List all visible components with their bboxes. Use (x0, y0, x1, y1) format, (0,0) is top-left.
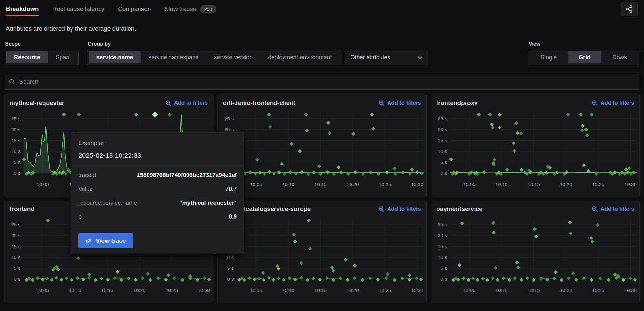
tab-label: Breakdown (6, 5, 39, 13)
tab-breakdown[interactable]: Breakdown (6, 0, 39, 18)
panel-title: frontend (10, 205, 34, 212)
view-trace-label: View trace (96, 237, 126, 244)
svg-text:15 s: 15 s (11, 138, 21, 143)
scope-label: Scope (5, 41, 78, 47)
tab-root-cause-latency[interactable]: Root cause latency (52, 0, 104, 18)
other-attributes-value: Other attributes (350, 54, 390, 61)
svg-text:10:10: 10:10 (282, 287, 294, 293)
svg-text:10:10: 10:10 (282, 182, 294, 187)
share-button[interactable] (621, 2, 638, 16)
svg-text:5 s: 5 s (440, 265, 447, 271)
svg-text:10:05: 10:05 (463, 182, 476, 187)
tooltip-row-p: p 0.9 (78, 213, 237, 220)
svg-text:10 s: 10 s (438, 148, 447, 154)
add-to-filters-link[interactable]: Add to filters (592, 206, 634, 212)
svg-text:10:05: 10:05 (37, 182, 49, 187)
add-to-filters-link[interactable]: Add to filters (165, 100, 208, 106)
svg-text:25 s: 25 s (438, 116, 447, 121)
exemplar-tooltip: Exemplar 2025-02-18 10:22:33 traceId 158… (71, 132, 244, 254)
svg-text:10:05: 10:05 (37, 287, 49, 293)
svg-text:10:05: 10:05 (250, 287, 262, 293)
tab-label: Slow traces (164, 5, 196, 13)
panel-title: mythical-requester (10, 99, 64, 107)
svg-text:10:30: 10:30 (624, 287, 637, 293)
svg-text:10:15: 10:15 (314, 287, 327, 293)
svg-text:20 s: 20 s (438, 233, 447, 238)
svg-text:10 s: 10 s (438, 254, 447, 260)
scatter-chart[interactable]: 0 s5 s10 s15 s20 s25 s10:0510:1010:1510:… (431, 215, 639, 296)
tab-slow-traces[interactable]: Slow traces 200 (164, 0, 216, 18)
add-to-filters-link[interactable]: Add to filters (379, 206, 421, 212)
add-to-filters-link[interactable]: Add to filters (379, 100, 421, 106)
group-by-control: Group by service.name service.namespace … (87, 41, 428, 65)
search-bar (5, 74, 639, 90)
svg-text:5 s: 5 s (14, 265, 20, 271)
view-option-grid[interactable]: Grid (568, 51, 601, 63)
scatter-chart[interactable]: 0 s5 s10 s15 s20 s25 s10:0510:1010:1510:… (218, 109, 426, 190)
svg-text:10:10: 10:10 (495, 182, 508, 187)
tooltip-row-value: 70.7 (226, 186, 237, 193)
group-by-radio-group: service.name service.namespace service.v… (87, 50, 341, 65)
svg-text:15 s: 15 s (11, 244, 21, 249)
tooltip-row-traceid: traceId 158098768bf740f006bc27317a94e1ef (78, 172, 237, 179)
panel-title: frontendproxy (436, 99, 478, 107)
svg-text:0 s: 0 s (440, 170, 447, 176)
add-to-filters-label: Add to filters (601, 100, 634, 106)
view-control: View Single Grid Rows (528, 41, 639, 65)
svg-text:20 s: 20 s (225, 127, 234, 132)
svg-text:25 s: 25 s (225, 116, 234, 121)
other-attributes-select[interactable]: Other attributes (345, 50, 428, 65)
tooltip-row-value: "mythical-requester" (179, 200, 237, 206)
view-radio-group: Single Grid Rows (528, 50, 639, 65)
panel-title: paymentservice (436, 205, 483, 212)
view-trace-button[interactable]: View trace (78, 233, 133, 248)
svg-text:20 s: 20 s (11, 127, 21, 132)
scatter-chart[interactable]: 0 s5 s10 s15 s20 s25 s10:0510:1010:1510:… (218, 215, 426, 296)
search-input[interactable] (18, 78, 635, 86)
add-to-filters-label: Add to filters (601, 206, 634, 212)
svg-text:10:25: 10:25 (592, 182, 604, 187)
panel-card: frontendproxy Add to filters 0 s5 s10 s1… (431, 95, 640, 196)
scope-radio-group: Resource Span (5, 50, 79, 65)
svg-text:10:15: 10:15 (101, 287, 113, 293)
svg-text:10:20: 10:20 (560, 287, 572, 293)
svg-text:10 s: 10 s (11, 254, 21, 260)
svg-text:10:20: 10:20 (133, 287, 146, 293)
zoom-plus-icon (592, 206, 598, 212)
add-to-filters-link[interactable]: Add to filters (592, 100, 634, 106)
svg-text:10:20: 10:20 (347, 287, 359, 293)
svg-text:10:25: 10:25 (166, 287, 178, 293)
tab-label: Comparison (118, 5, 151, 13)
slow-traces-count-badge: 200 (200, 5, 216, 13)
svg-text:10:10: 10:10 (69, 287, 81, 293)
group-by-option-service-name[interactable]: service.name (89, 51, 141, 63)
add-to-filters-label: Add to filters (387, 206, 421, 212)
zoom-plus-icon (592, 100, 598, 106)
svg-text:10:20: 10:20 (347, 182, 359, 187)
svg-text:10:30: 10:30 (411, 182, 423, 187)
group-by-label: Group by (88, 41, 427, 47)
view-option-rows[interactable]: Rows (601, 51, 638, 63)
tooltip-row-service-name: resource.service.name "mythical-requeste… (78, 200, 237, 206)
svg-text:10 s: 10 s (11, 148, 21, 154)
group-by-option-service-namespace[interactable]: service.namespace (141, 51, 206, 63)
svg-text:10:15: 10:15 (528, 182, 540, 187)
group-by-option-deployment-environment[interactable]: deployment.environment (260, 51, 339, 63)
svg-text:10:10: 10:10 (495, 287, 508, 293)
scope-option-span[interactable]: Span (48, 51, 77, 63)
tab-comparison[interactable]: Comparison (118, 0, 151, 18)
panel-card: ditl-demo-frontend-client Add to filters… (217, 95, 427, 196)
group-by-option-service-version[interactable]: service.version (206, 51, 260, 63)
scope-option-resource[interactable]: Resource (6, 51, 48, 63)
svg-text:20 s: 20 s (438, 127, 447, 132)
scope-control: Scope Resource Span (5, 41, 79, 65)
svg-text:10:30: 10:30 (411, 287, 423, 293)
svg-text:25 s: 25 s (11, 222, 21, 227)
scatter-chart[interactable]: 0 s5 s10 s15 s20 s25 s10:0510:1010:1510:… (431, 109, 639, 190)
controls-row: Scope Resource Span Group by service.nam… (5, 41, 639, 65)
tooltip-row-label: Value (78, 186, 93, 193)
view-option-single[interactable]: Single (530, 51, 568, 63)
chevron-down-icon (418, 56, 422, 59)
panel-card: paymentservice Add to filters 0 s5 s10 s… (431, 201, 640, 302)
svg-text:25 s: 25 s (11, 116, 21, 121)
